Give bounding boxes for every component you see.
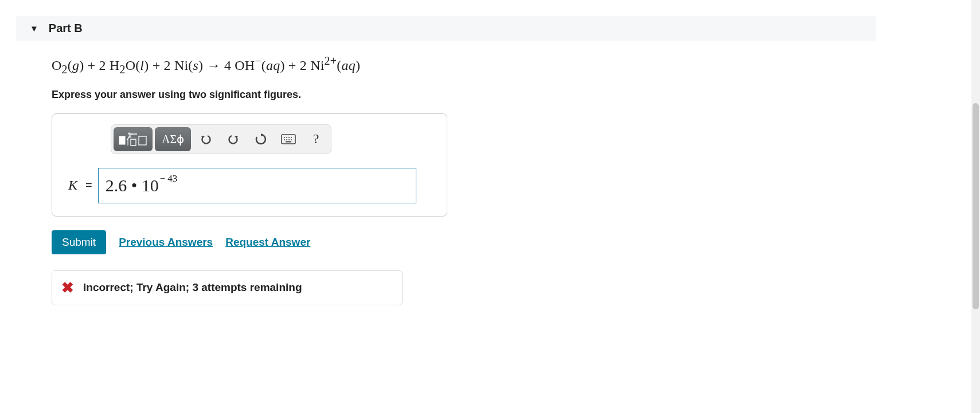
svg-point-6 [288,137,290,138]
feedback-message: Incorrect; Try Again; 3 attempts remaini… [83,281,302,294]
undo-button[interactable] [193,127,218,151]
answer-input[interactable]: 2.6 • 10 −43 [98,168,416,203]
svg-rect-0 [119,136,125,144]
part-title: Part B [49,22,83,35]
feedback-box: ✖ Incorrect; Try Again; 3 attempts remai… [52,270,403,305]
svg-point-11 [291,139,292,140]
keyboard-button[interactable] [276,127,301,151]
svg-rect-3 [282,135,295,144]
answer-variable: K [63,178,83,193]
reaction-equation: O2(g) + 2 H2O(l) + 2 Ni(s) → 4 OH−(aq) +… [52,54,964,76]
greek-button[interactable]: ΑΣϕ [155,127,191,151]
scrollbar-thumb[interactable] [973,103,979,309]
answer-value-base: 2.6 • 10 [106,176,159,195]
answer-value-exponent: −43 [160,173,178,184]
scrollbar[interactable] [971,0,980,328]
svg-point-9 [286,139,287,140]
redo-button[interactable] [221,127,246,151]
editor-toolbar: x ΑΣϕ [111,124,331,154]
svg-rect-12 [286,141,291,142]
help-button[interactable]: ? [303,127,329,151]
svg-point-5 [286,137,287,138]
svg-point-7 [291,137,292,138]
caret-down-icon: ▼ [30,23,38,33]
templates-button[interactable]: x [114,127,153,151]
svg-rect-2 [139,136,146,145]
reset-button[interactable] [248,127,274,151]
equals-sign: = [85,179,92,192]
submit-button[interactable]: Submit [52,230,106,254]
svg-point-10 [288,139,290,140]
request-answer-link[interactable]: Request Answer [225,236,310,249]
previous-answers-link[interactable]: Previous Answers [119,236,213,249]
answer-card: x ΑΣϕ [52,113,447,217]
instruction-text: Express your answer using two significan… [52,89,964,101]
incorrect-x-icon: ✖ [61,279,74,297]
svg-point-8 [284,139,285,140]
part-header[interactable]: ▼ Part B [16,16,876,41]
svg-point-4 [284,137,285,138]
